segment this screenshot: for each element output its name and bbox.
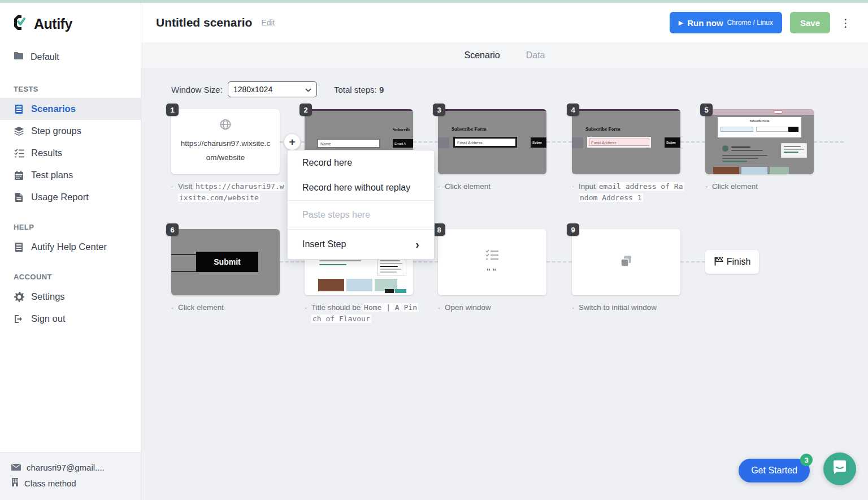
run-environment: Chrome / Linux xyxy=(727,19,773,27)
step-connector xyxy=(546,141,572,143)
signout-icon xyxy=(14,313,24,324)
step-thumbnail-switch-window xyxy=(572,229,680,295)
step-caption-6: -Click element xyxy=(171,302,285,313)
account-org-row: Class method xyxy=(11,475,129,491)
step-card-8[interactable]: 8 "" xyxy=(438,229,546,295)
windows-icon xyxy=(619,254,633,271)
sidebar-item-label: Autify Help Center xyxy=(31,242,107,252)
header-actions: ▶ Run now Chrome / Linux Save ⋮ xyxy=(670,12,853,33)
step-connector xyxy=(814,141,844,143)
menu-item-record-here[interactable]: Record here xyxy=(288,150,434,175)
chat-bubble-icon xyxy=(831,459,848,479)
step-card-4[interactable]: 4 Subscribe Form Email Address Subm xyxy=(572,109,680,174)
main-area: Untitled scenario Edit ▶ Run now Chrome … xyxy=(141,3,868,500)
workspace-selector[interactable]: Default xyxy=(0,44,141,70)
finish-label: Finish xyxy=(727,257,751,267)
sidebar-item-label: Test plans xyxy=(31,170,73,180)
step-thumbnail-email-click: Subscribe Form Email Address Subm xyxy=(438,109,546,174)
menu-item-record-without-replay[interactable]: Record here without replay xyxy=(288,175,434,200)
step-number-badge: 9 xyxy=(567,223,579,236)
finish-marker: Finish xyxy=(705,250,759,274)
autify-logo[interactable]: Autify xyxy=(0,3,141,44)
step-thumbnail-visit: https://charusri97.wixsite.com/website xyxy=(171,109,280,174)
step-connector xyxy=(413,261,438,262)
workspace-label: Default xyxy=(31,52,59,62)
submit-button-thumb: Submit xyxy=(196,252,258,272)
get-started-button[interactable]: Get Started 3 xyxy=(739,459,810,482)
step-connector xyxy=(546,261,572,262)
step-card-5[interactable]: 5 Subscribe Form xyxy=(705,109,814,174)
step-caption-1: -Visit https://charusri97.wixsite.com/we… xyxy=(171,181,285,204)
sidebar-item-usage-report[interactable]: Usage Report xyxy=(0,186,141,208)
menu-item-paste-steps: Paste steps here xyxy=(288,201,434,229)
step-number-badge: 6 xyxy=(166,223,179,236)
step-card-3[interactable]: 3 Subscribe Form Email Address Subm xyxy=(438,109,546,174)
step-number-badge: 5 xyxy=(700,104,713,116)
step-thumbnail-email-input: Subscribe Form Email Address Subm xyxy=(572,109,680,174)
sidebar-item-scenarios[interactable]: Scenarios xyxy=(0,98,141,120)
menu-item-insert-step[interactable]: Insert Step › xyxy=(288,230,434,259)
step-connector xyxy=(680,141,705,143)
help-book-icon xyxy=(14,242,24,252)
sidebar-item-label: Settings xyxy=(31,291,65,302)
chat-launcher-button[interactable] xyxy=(823,452,856,485)
layers-icon xyxy=(14,126,24,136)
chevron-down-icon xyxy=(305,85,311,94)
sidebar-item-help-center[interactable]: Autify Help Center xyxy=(0,236,141,258)
run-now-button[interactable]: ▶ Run now Chrome / Linux xyxy=(670,12,782,33)
account-org: Class method xyxy=(24,479,76,488)
book-icon xyxy=(14,104,24,114)
step-thumbnail-open-window: "" xyxy=(438,229,546,295)
sidebar-item-label: Sign out xyxy=(31,313,66,324)
tab-scenario[interactable]: Scenario xyxy=(465,50,500,61)
steps-canvas: Window Size: 1280x1024 Total steps: 9 xyxy=(141,68,868,500)
edit-title-link[interactable]: Edit xyxy=(261,18,275,27)
checklist-step-icon xyxy=(485,249,499,262)
sidebar-item-sign-out[interactable]: Sign out xyxy=(0,308,141,330)
submenu-arrow-icon: › xyxy=(415,239,419,250)
autify-logo-text: Autify xyxy=(34,16,72,32)
step-number-badge: 1 xyxy=(166,104,179,116)
step-card-1[interactable]: 1 https://charusri97.wixsite.com/website xyxy=(171,109,280,174)
total-steps-value: 9 xyxy=(379,85,384,94)
building-icon xyxy=(11,478,19,488)
sidebar-item-label: Scenarios xyxy=(31,104,76,114)
save-button[interactable]: Save xyxy=(790,12,830,33)
sidebar-footer: charusri97@gmail.... Class method xyxy=(0,452,141,500)
sidebar-item-label: Results xyxy=(31,148,62,158)
page-title: Untitled scenario xyxy=(156,16,252,29)
gear-icon xyxy=(14,291,24,302)
globe-icon xyxy=(220,119,231,132)
sidebar-item-test-plans[interactable]: Test plans xyxy=(0,164,141,186)
step-number-badge: 2 xyxy=(300,104,312,116)
step-thumbnail-page: Subscribe Form xyxy=(705,109,814,174)
insert-step-context-menu: Record here Record here without replay P… xyxy=(287,150,435,260)
sidebar-item-label: Step groups xyxy=(31,126,81,136)
envelope-icon xyxy=(11,463,21,472)
top-accent-strip xyxy=(0,0,868,3)
folder-icon xyxy=(14,51,24,62)
tab-data[interactable]: Data xyxy=(526,50,545,61)
scenario-tabbar: Scenario Data xyxy=(141,42,868,68)
autify-app: Autify Default TESTS Scenarios Step grou… xyxy=(0,0,868,500)
sidebar-item-label: Usage Report xyxy=(31,192,89,202)
step-caption-3: -Click element xyxy=(438,181,552,192)
section-title-tests: TESTS xyxy=(0,70,141,98)
sidebar-item-results[interactable]: Results xyxy=(0,142,141,164)
canvas-toolbar: Window Size: 1280x1024 Total steps: 9 xyxy=(171,81,384,97)
account-email: charusri97@gmail.... xyxy=(27,463,105,472)
step-card-9[interactable]: 9 xyxy=(572,229,680,295)
visit-url-text: https://charusri97.wixsite.com/website xyxy=(179,137,272,165)
step-card-6[interactable]: 6 Submit xyxy=(171,229,280,295)
window-size-select[interactable]: 1280x1024 xyxy=(228,81,317,97)
insert-step-plus-button[interactable]: + xyxy=(284,134,300,150)
notification-badge: 3 xyxy=(800,454,813,466)
step-caption-7: -Title should be Home | A Pinch of Flavo… xyxy=(305,302,419,325)
sidebar-item-step-groups[interactable]: Step groups xyxy=(0,120,141,142)
document-icon xyxy=(14,192,24,202)
sidebar-item-settings[interactable]: Settings xyxy=(0,286,141,308)
quotes-glyph: "" xyxy=(487,268,498,275)
calendar-icon xyxy=(14,170,24,180)
more-options-icon[interactable]: ⋮ xyxy=(838,16,853,29)
autify-logo-icon xyxy=(12,14,29,33)
